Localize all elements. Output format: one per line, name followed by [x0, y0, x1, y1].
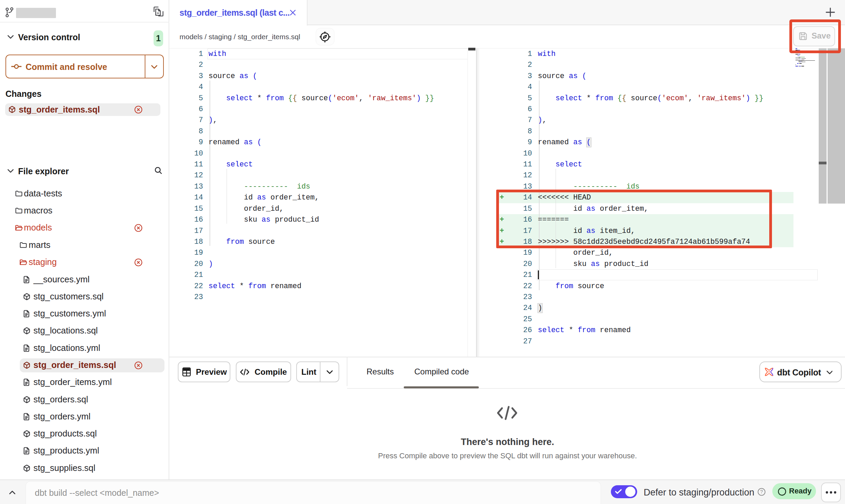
svg-text:?: ? [760, 489, 763, 494]
